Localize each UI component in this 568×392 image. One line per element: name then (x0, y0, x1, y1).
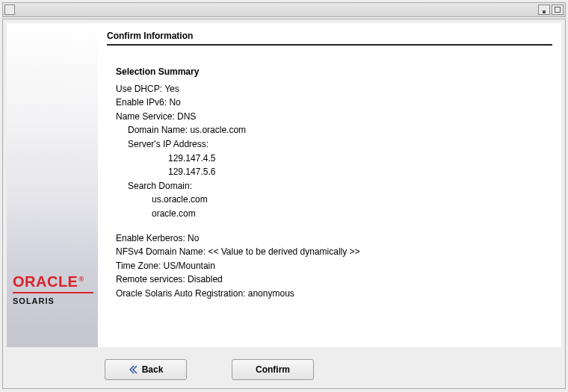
row-server-ip-0: 129.147.4.5 (116, 152, 552, 166)
back-button-label: Back (142, 364, 164, 375)
minimize-button[interactable] (538, 4, 550, 15)
brand-vendor: ORACLE (13, 273, 78, 290)
row-search-domain-label: Search Domain: (116, 179, 552, 193)
summary-heading: Selection Summary (116, 65, 552, 79)
main-panel: Confirm Information Selection Summary Us… (98, 23, 561, 347)
page-title: Confirm Information (107, 31, 552, 41)
row-enable-ipv6: Enable IPv6: No (116, 96, 552, 110)
row-nfsv4: NFSv4 Domain Name: << Value to be derive… (116, 245, 552, 259)
back-button[interactable]: Back (105, 359, 187, 380)
row-server-ip-label: Server's IP Address: (116, 137, 552, 152)
row-use-dhcp: Use DHCP: Yes (116, 82, 552, 96)
row-search-domain-1: oracle.com (116, 207, 552, 221)
brand-divider (13, 292, 93, 293)
row-remote-services: Remote services: Disabled (116, 273, 552, 287)
row-enable-kerberos: Enable Kerberos: No (116, 231, 552, 246)
maximize-button[interactable] (552, 4, 564, 15)
content-area: Selection Summary Use DHCP: Yes Enable I… (107, 65, 552, 301)
row-search-domain-0: us.oracle.com (116, 193, 552, 207)
row-time-zone: Time Zone: US/Mountain (116, 259, 552, 273)
title-divider (107, 44, 552, 46)
row-server-ip-1: 129.147.5.6 (116, 165, 552, 179)
chevron-left-icon (129, 365, 138, 374)
spacer (116, 221, 552, 231)
window-titlebar (2, 2, 566, 17)
brand-registered-icon: ® (78, 276, 84, 283)
row-auto-reg: Oracle Solaris Auto Registration: anonym… (116, 287, 552, 301)
brand-product: SOLARIS (13, 296, 93, 305)
installer-window: ORACLE ® SOLARIS Confirm Information Sel… (0, 0, 568, 392)
dialog-body: ORACLE ® SOLARIS Confirm Information Sel… (7, 23, 561, 347)
confirm-button-label: Confirm (256, 364, 290, 375)
branding-block: ORACLE ® SOLARIS (13, 273, 93, 305)
row-name-service: Name Service: DNS (116, 110, 552, 124)
row-domain-name: Domain Name: us.oracle.com (116, 123, 552, 137)
side-panel: ORACLE ® SOLARIS (7, 23, 98, 347)
button-bar: Back Confirm (105, 359, 314, 380)
window-menu-icon[interactable] (4, 4, 15, 15)
confirm-button[interactable]: Confirm (232, 359, 314, 380)
